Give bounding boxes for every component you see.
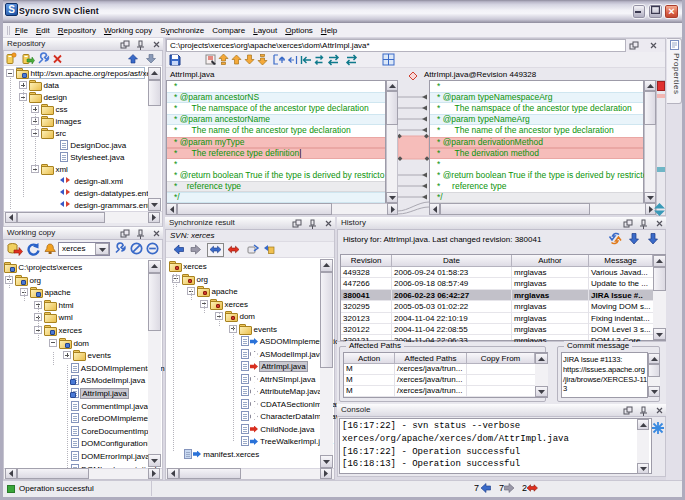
svg-text:2: 2 [522,483,527,493]
svg-text:7: 7 [499,483,504,493]
svg-text:7: 7 [474,483,479,493]
